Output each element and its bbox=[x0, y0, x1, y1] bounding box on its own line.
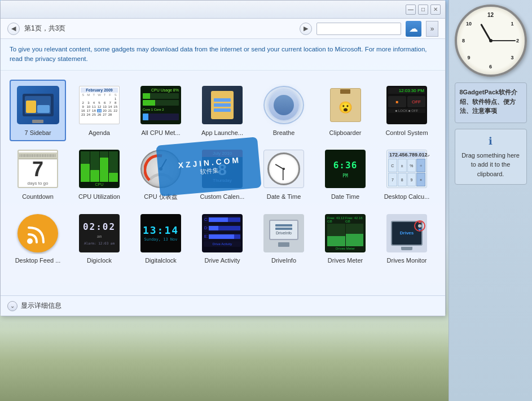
footer-bar[interactable]: ⌄ 显示详细信息 bbox=[1, 295, 445, 316]
cloud-button[interactable]: ☁ bbox=[406, 21, 421, 37]
gadget-label-desktopfeed: Desktop Feed ... bbox=[15, 256, 61, 264]
gadget-label-drivesmeter: Drives Meter bbox=[328, 256, 363, 264]
gadget-item-7sidebar[interactable]: 7 Sidebar bbox=[10, 80, 66, 141]
gadget-icon-drivesmonitor: Drives bbox=[384, 212, 429, 254]
gadget-item-controlsystem[interactable]: 12:03:30 PM ■ OFF ■ LOCK ■ OFF Control S… bbox=[379, 80, 435, 141]
gadget-item-clipboarder[interactable]: 😮 Clipboarder bbox=[317, 80, 373, 141]
svg-point-2 bbox=[27, 238, 33, 244]
gadget-item-datetime[interactable]: Date & Time bbox=[256, 143, 312, 205]
watermark-overlay: X Z J I N . C O M 软件集 bbox=[156, 137, 261, 196]
gadget-label-cpuutil: CPU Utilization bbox=[78, 193, 120, 200]
gadget-item-breathe[interactable]: Breathe bbox=[256, 80, 312, 141]
gadget-item-applauncher[interactable]: App Launche... bbox=[194, 80, 250, 141]
gadget-label-applauncher: App Launche... bbox=[201, 129, 243, 137]
gadget-icon-datetime bbox=[261, 148, 306, 190]
gadget-label-drivesmonitor: Drives Monitor bbox=[387, 256, 427, 264]
gadget-icon-driveinfo: DriveInfo bbox=[261, 212, 306, 254]
title-bar: — □ ✕ bbox=[1, 1, 445, 19]
more-button[interactable]: » bbox=[426, 21, 438, 37]
gadget-label-clipboarder: Clipboarder bbox=[329, 129, 362, 137]
gadget-label-datetime: Date & Time bbox=[267, 193, 301, 200]
footer-label: 显示详细信息 bbox=[21, 301, 61, 311]
gadget-label-7sidebar: 7 Sidebar bbox=[24, 129, 51, 137]
gadget-icon-driveactivity: C: D: E: Drive Activity bbox=[200, 212, 245, 254]
clock-widget: 12 1 2 3 6 9 8 10 bbox=[455, 5, 527, 77]
right-sidebar: 12 1 2 3 6 9 8 10 8GadgetPack软件介绍、软件特点、便… bbox=[449, 0, 532, 401]
gadget-item-driveinfo[interactable]: DriveInfo DriveInfo bbox=[256, 207, 312, 269]
cloud-icon: ☁ bbox=[409, 23, 418, 34]
clipboard-panel[interactable]: ℹ Drag something here to add it to the c… bbox=[455, 129, 527, 185]
gadget-label-driveactivity: Drive Activity bbox=[205, 256, 240, 264]
chevron-down-icon: ⌄ bbox=[10, 303, 15, 309]
watermark-line2: 软件集 bbox=[200, 166, 219, 176]
gadget-icon-countdown: ||||||||||||||||||||||||| 7 days to go bbox=[15, 148, 60, 190]
gadget-item-datetime2[interactable]: 6:36 PM Date Time bbox=[317, 143, 373, 205]
page-indicator: 第1页，共3页 bbox=[24, 24, 295, 33]
info-panel-title: 8GadgetPack软件介绍、软件特点、便方法、注意事项 bbox=[460, 88, 522, 116]
gadget-icon-cpuutil: CPU bbox=[77, 148, 122, 190]
gadget-label-driveinfo: DriveInfo bbox=[271, 256, 296, 264]
gadget-label-breathe: Breathe bbox=[273, 129, 295, 137]
gadget-label-desktopcalc: Desktop Calcu... bbox=[384, 193, 430, 200]
minimize-button[interactable]: — bbox=[406, 5, 416, 15]
prev-page-button[interactable]: ◀ bbox=[7, 23, 20, 35]
svg-point-4 bbox=[418, 224, 421, 228]
info-circle-icon: ℹ bbox=[489, 135, 493, 147]
gadget-item-allcpu[interactable]: CPU Usage 8% Core 1 Core 2 All CPU Met..… bbox=[133, 80, 189, 141]
clipboard-instructions: Drag something here to add it to the cli… bbox=[460, 151, 522, 179]
gadget-icon-digiclock: 02:02 am Alarm: 12:03 am bbox=[77, 212, 122, 254]
gadget-item-digitalclock[interactable]: 13:14 Sunday, 13 Nov Digitalclock bbox=[133, 207, 189, 269]
gadget-item-desktopcalc[interactable]: 172.456.789.012.4 C ± % ÷ 7 8 9 × Deskto… bbox=[379, 143, 435, 205]
gadget-label-customcal: Custom Calen... bbox=[200, 193, 245, 200]
show-details-button[interactable]: ⌄ bbox=[7, 301, 17, 311]
close-button[interactable]: ✕ bbox=[430, 5, 441, 15]
gadget-icon-controlsystem: 12:03:30 PM ■ OFF ■ LOCK ■ OFF bbox=[384, 84, 429, 127]
gadget-icon-desktopfeed bbox=[15, 212, 60, 254]
gadget-icon-desktopcalc: 172.456.789.012.4 C ± % ÷ 7 8 9 × bbox=[384, 148, 429, 190]
gadget-item-desktopfeed[interactable]: Desktop Feed ... bbox=[10, 207, 66, 269]
gadget-icon-clipboarder: 😮 bbox=[323, 84, 368, 127]
gadget-item-drivesmonitor[interactable]: Drives Drives bbox=[379, 207, 435, 269]
gadget-item-driveactivity[interactable]: C: D: E: Drive Activity Dr bbox=[194, 207, 250, 269]
next-page-button[interactable]: ▶ bbox=[300, 23, 312, 35]
gadget-icon-breathe bbox=[261, 84, 306, 127]
restore-button[interactable]: □ bbox=[418, 5, 428, 15]
gadget-label-allcpu: All CPU Met... bbox=[141, 129, 180, 137]
gadget-icon-7sidebar bbox=[15, 84, 60, 127]
info-bar: To give you relevant content, some gadge… bbox=[1, 39, 445, 71]
gadget-label-digiclock: Digiclock bbox=[87, 256, 112, 264]
gadget-item-drivesmeter[interactable]: Free: 43.12 GBFree: 42.16 GB Drives Mete… bbox=[317, 207, 373, 269]
nav-bar: ◀ 第1页，共3页 ▶ ☁ » bbox=[1, 19, 445, 39]
gadget-item-agenda[interactable]: February 2009 SMTWTFS 1 2345678 91011121… bbox=[71, 80, 127, 141]
search-input[interactable] bbox=[316, 23, 401, 35]
clock-minute-hand bbox=[491, 40, 516, 41]
gadget-icon-drivesmeter: Free: 43.12 GBFree: 42.16 GB Drives Mete… bbox=[323, 212, 368, 254]
gadget-item-cpuutil[interactable]: CPU CPU Utilization bbox=[71, 143, 127, 205]
info-panel: 8GadgetPack软件介绍、软件特点、便方法、注意事项 bbox=[455, 82, 527, 123]
gadget-icon-applauncher bbox=[200, 84, 245, 127]
info-text: To give you relevant content, some gadge… bbox=[10, 46, 427, 62]
gadget-item-digiclock[interactable]: 02:02 am Alarm: 12:03 am Digiclock bbox=[71, 207, 127, 269]
gadget-icon-agenda: February 2009 SMTWTFS 1 2345678 91011121… bbox=[77, 84, 122, 127]
gadget-label-controlsystem: Control System bbox=[385, 129, 428, 137]
clock-center-dot bbox=[489, 39, 493, 42]
gadget-label-agenda: Agenda bbox=[89, 129, 110, 137]
gadget-item-countdown[interactable]: ||||||||||||||||||||||||| 7 days to go C… bbox=[10, 143, 66, 205]
gadget-label-digitalclock: Digitalclock bbox=[145, 256, 177, 264]
gadget-label-datetime2: Date Time bbox=[331, 193, 359, 200]
gadget-icon-datetime2: 6:36 PM bbox=[323, 148, 368, 190]
gadget-icon-digitalclock: 13:14 Sunday, 13 Nov bbox=[138, 212, 183, 254]
gadget-label-countdown: Countdown bbox=[22, 193, 54, 200]
gadget-icon-allcpu: CPU Usage 8% Core 1 Core 2 bbox=[138, 84, 183, 127]
